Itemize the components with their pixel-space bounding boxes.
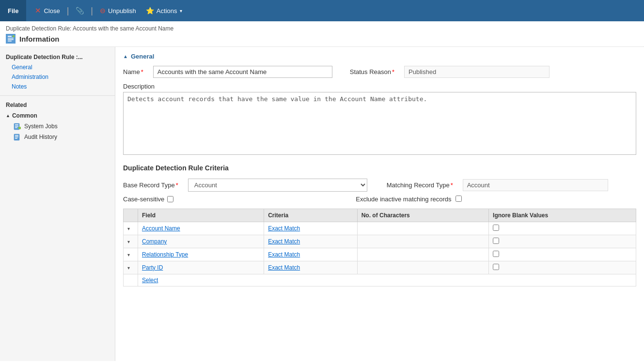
case-sensitive-checkbox[interactable] [167,196,173,202]
exclude-label: Exclude inactive matching records [356,196,451,204]
expand-cell-2: ▾ [124,235,138,248]
svg-rect-2 [8,38,14,39]
blank-cell-4 [489,261,636,274]
actions-chevron-icon: ▾ [180,8,182,14]
ignore-blank-check-4[interactable] [493,264,499,270]
collapse-icon[interactable]: ▲ [123,54,128,59]
criteria-link-4[interactable]: Exact Match [268,264,300,271]
matching-required: * [451,181,453,189]
ignore-blank-check-2[interactable] [493,238,499,244]
case-sensitive-field: Case-sensitive [123,196,173,203]
sidebar-item-general[interactable]: General [0,62,115,72]
sidebar-related-title: Related [0,100,115,110]
col-criteria: Criteria [264,209,358,222]
close-label: Close [44,7,60,15]
name-field-group: Name* [123,66,332,78]
breadcrumb: Duplicate Detection Rule: Accounts with … [6,25,638,32]
audit-history-icon [14,133,21,141]
matching-record-type-group: Matching Record Type* [387,179,608,191]
criteria-cell-2: Exact Match [264,235,358,248]
exclude-inactive-checkbox[interactable] [456,196,462,202]
svg-rect-4 [8,41,12,42]
criteria-table: Field Criteria No. of Characters Ignore … [123,209,636,287]
svg-rect-10 [18,127,21,129]
name-required: * [141,68,143,75]
separator-1: | [65,6,71,16]
audit-history-label: Audit History [24,134,57,140]
base-record-type-label: Base Record Type* [123,181,178,189]
attachment-button[interactable]: 📎 [71,4,89,17]
criteria-link-2[interactable]: Exact Match [268,238,300,245]
expand-icon-2[interactable]: ▾ [127,239,130,244]
svg-rect-13 [15,136,18,137]
field-link-4[interactable]: Party ID [142,264,163,271]
sidebar-item-audit-history[interactable]: Audit History [0,132,115,142]
status-field-group: Status Reason* [350,66,550,78]
base-record-select-wrapper: Account [188,179,367,192]
name-input[interactable] [153,66,332,78]
page-header: Duplicate Detection Rule: Accounts with … [0,21,644,47]
select-row: Select [124,274,636,286]
actions-label: Actions [157,7,177,15]
field-cell-4: Party ID [138,261,264,274]
record-type-row: Base Record Type* Account Matching Recor… [123,179,636,192]
blank-cell-2 [489,235,636,248]
expand-icon-4[interactable]: ▾ [127,265,130,271]
sidebar-divider [0,95,115,96]
toolbar-actions: ✕ Close | 📎 | ⊖ Unpublish ⭐ Actions ▾ [26,3,190,18]
exclude-field: Exclude inactive matching records [356,196,461,204]
case-sensitive-label: Case-sensitive [123,196,164,203]
ignore-blank-check-3[interactable] [493,251,499,257]
close-button[interactable]: ✕ Close [30,3,64,18]
criteria-link-1[interactable]: Exact Match [268,225,300,232]
blank-cell-1 [489,222,636,235]
svg-rect-8 [15,126,18,127]
select-link[interactable]: Select [142,277,158,284]
field-link-3[interactable]: Relationship Type [142,251,188,258]
exclude-row: Exclude inactive matching records [356,196,461,204]
field-link-2[interactable]: Company [142,238,167,245]
table-row: ▾ Relationship Type Exact Match [124,248,636,261]
unpublish-label: Unpublish [108,7,136,15]
criteria-table-body: ▾ Account Name Exact Match ▾ Company Exa… [124,222,636,286]
system-jobs-label: System Jobs [24,123,58,130]
common-label: Common [12,112,37,119]
sidebar-item-system-jobs[interactable]: System Jobs [0,121,115,132]
expand-cell-3: ▾ [124,248,138,261]
col-field: Field [138,209,264,222]
expand-icon-1[interactable]: ▾ [127,226,130,231]
page-title: Information [19,35,60,43]
file-button[interactable]: File [0,0,26,21]
sidebar-item-notes[interactable]: Notes [0,82,115,91]
actions-button[interactable]: ⭐ Actions ▾ [141,4,187,17]
criteria-table-header: Field Criteria No. of Characters Ignore … [124,209,636,222]
col-no-chars: No. of Characters [357,209,488,222]
ignore-blank-check-1[interactable] [493,225,499,231]
svg-rect-5 [13,35,15,37]
name-status-row: Name* Status Reason* [123,66,636,78]
expand-icon-3[interactable]: ▾ [127,252,130,257]
chars-cell-3 [357,248,488,261]
svg-rect-7 [15,124,18,125]
sidebar-item-administration[interactable]: Administration [0,72,115,82]
svg-rect-1 [8,36,12,37]
triangle-icon: ▲ [6,113,10,118]
status-reason-label: Status Reason* [350,68,394,75]
general-section-title: General [131,53,154,60]
description-textarea[interactable]: Detects account records that have the sa… [123,92,636,155]
chars-cell-2 [357,235,488,248]
svg-rect-12 [15,135,18,136]
table-row: ▾ Party ID Exact Match [124,261,636,274]
field-cell-2: Company [138,235,264,248]
base-record-type-select[interactable]: Account [188,179,367,192]
toolbar: File ✕ Close | 📎 | ⊖ Unpublish ⭐ Actions… [0,0,644,21]
field-link-1[interactable]: Account Name [142,225,180,232]
base-required: * [176,181,178,189]
col-ignore-blank: Ignore Blank Values [489,209,636,222]
criteria-cell-4: Exact Match [264,261,358,274]
unpublish-button[interactable]: ⊖ Unpublish [95,4,141,17]
unpublish-icon: ⊖ [100,7,106,15]
separator-2: | [89,6,95,16]
criteria-link-3[interactable]: Exact Match [268,251,300,258]
criteria-section-title: Duplicate Detection Rule Criteria [123,164,636,174]
